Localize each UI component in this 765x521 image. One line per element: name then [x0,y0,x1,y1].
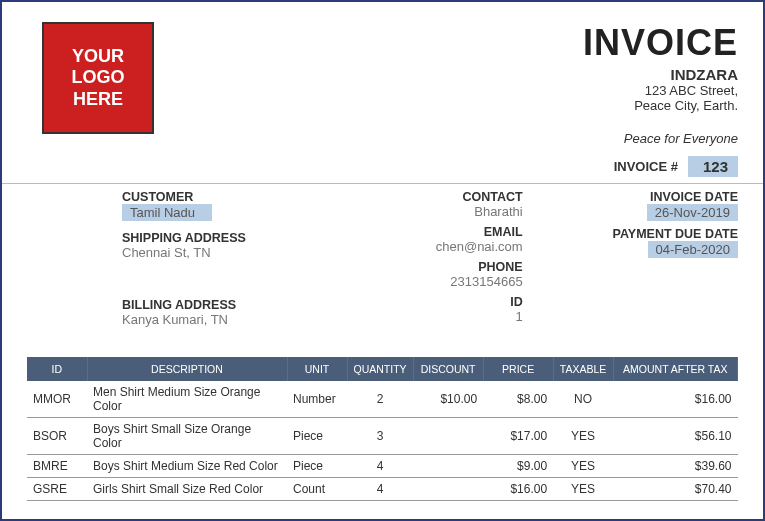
line-items-table: ID DESCRIPTION UNIT QUANTITY DISCOUNT PR… [27,357,738,501]
due-date-label: PAYMENT DUE DATE [553,227,738,241]
col-id: ID [27,357,87,381]
billing-value: Kanya Kumari, TN [122,312,307,327]
billing-label: BILLING ADDRESS [122,298,307,312]
email-value: chen@nai.com [337,239,522,254]
cell-tax: YES [553,455,613,478]
address-line-2: Peace City, Earth. [583,98,738,113]
col-qty: QUANTITY [347,357,413,381]
cell-qty: 4 [347,455,413,478]
cell-amt: $70.40 [613,478,737,501]
cell-disc [413,418,483,455]
due-date-value: 04-Feb-2020 [553,241,738,258]
col-disc: DISCOUNT [413,357,483,381]
table-row: BSORBoys Shirt Small Size Orange ColorPi… [27,418,738,455]
invoice-date-label: INVOICE DATE [553,190,738,204]
table-row: MMORMen Shirt Medium Size Orange ColorNu… [27,381,738,418]
invoice-number-label: INVOICE # [614,159,678,174]
cell-disc: $10.00 [413,381,483,418]
invoice-header: YOUR LOGO HERE INVOICE INDZARA 123 ABC S… [2,2,763,156]
table-row: GSREGirls Shirt Small Size Red ColorCoun… [27,478,738,501]
cell-desc: Girls Shirt Small Size Red Color [87,478,287,501]
tagline: Peace for Everyone [583,131,738,146]
cell-amt: $56.10 [613,418,737,455]
table-row: BMREBoys Shirt Medium Size Red ColorPiec… [27,455,738,478]
id-label: ID [337,295,522,309]
cell-desc: Boys Shirt Small Size Orange Color [87,418,287,455]
customer-label: CUSTOMER [122,190,307,204]
logo-text-3: HERE [73,89,123,111]
cell-tax: YES [553,478,613,501]
dates-column: INVOICE DATE 26-Nov-2019 PAYMENT DUE DAT… [553,190,738,337]
cell-id: BSOR [27,418,87,455]
cell-qty: 4 [347,478,413,501]
customer-value: Tamil Nadu [122,204,307,221]
col-amt: AMOUNT AFTER TAX [613,357,737,381]
invoice-number-row: INVOICE # 123 [2,156,763,184]
invoice-date-value: 26-Nov-2019 [553,204,738,221]
cell-price: $17.00 [483,418,553,455]
logo-text-1: YOUR [72,46,124,68]
phone-label: PHONE [337,260,522,274]
cell-disc [413,478,483,501]
cell-id: BMRE [27,455,87,478]
cell-id: GSRE [27,478,87,501]
cell-amt: $39.60 [613,455,737,478]
col-price: PRICE [483,357,553,381]
cell-amt: $16.00 [613,381,737,418]
cell-desc: Men Shirt Medium Size Orange Color [87,381,287,418]
cell-price: $8.00 [483,381,553,418]
phone-value: 2313154665 [337,274,522,289]
logo-text-2: LOGO [72,67,125,89]
shipping-value: Chennai St, TN [122,245,307,260]
id-value: 1 [337,309,522,324]
shipping-label: SHIPPING ADDRESS [122,231,307,245]
invoice-number-value: 123 [688,156,738,177]
cell-unit: Piece [287,418,347,455]
info-section: CUSTOMER Tamil Nadu SHIPPING ADDRESS Che… [2,184,763,347]
cell-tax: NO [553,381,613,418]
cell-desc: Boys Shirt Medium Size Red Color [87,455,287,478]
cell-unit: Number [287,381,347,418]
contact-column: CONTACT Bharathi EMAIL chen@nai.com PHON… [337,190,522,337]
col-tax: TAXABLE [553,357,613,381]
cell-qty: 3 [347,418,413,455]
col-desc: DESCRIPTION [87,357,287,381]
company-name: INDZARA [583,66,738,83]
customer-column: CUSTOMER Tamil Nadu SHIPPING ADDRESS Che… [122,190,307,337]
col-unit: UNIT [287,357,347,381]
contact-value: Bharathi [337,204,522,219]
logo-placeholder: YOUR LOGO HERE [42,22,154,134]
invoice-title: INVOICE [583,22,738,64]
header-right: INVOICE INDZARA 123 ABC Street, Peace Ci… [583,22,738,146]
cell-disc [413,455,483,478]
cell-qty: 2 [347,381,413,418]
cell-price: $16.00 [483,478,553,501]
cell-id: MMOR [27,381,87,418]
email-label: EMAIL [337,225,522,239]
contact-label: CONTACT [337,190,522,204]
cell-unit: Count [287,478,347,501]
cell-price: $9.00 [483,455,553,478]
table-header-row: ID DESCRIPTION UNIT QUANTITY DISCOUNT PR… [27,357,738,381]
address-line-1: 123 ABC Street, [583,83,738,98]
cell-unit: Piece [287,455,347,478]
cell-tax: YES [553,418,613,455]
